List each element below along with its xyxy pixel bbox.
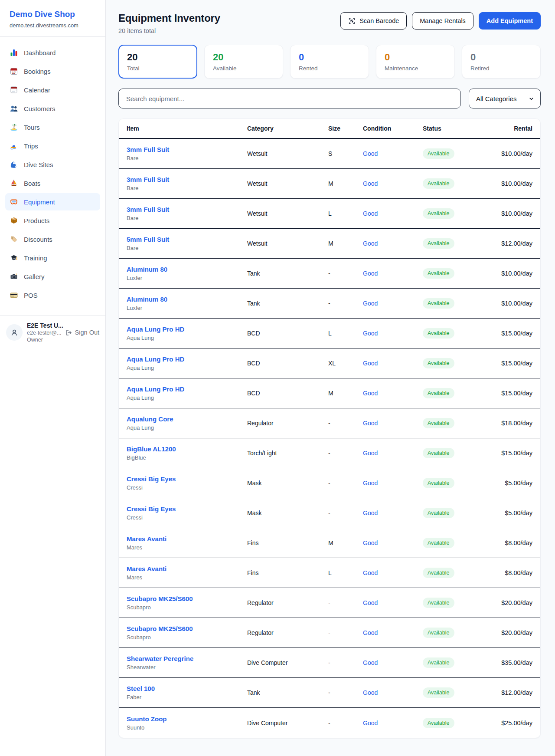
table-row: 3mm Full Suit Bare Wetsuit L Good Availa… (119, 199, 540, 229)
condition-link[interactable]: Good (363, 330, 423, 337)
table-row: BigBlue AL1200 BigBlue Torch/Light - Goo… (119, 438, 540, 468)
stat-card-total[interactable]: 20 Total (118, 45, 197, 79)
condition-link[interactable]: Good (363, 210, 423, 217)
condition-link[interactable]: Good (363, 480, 423, 486)
condition-link[interactable]: Good (363, 629, 423, 636)
condition-link[interactable]: Good (363, 420, 423, 427)
condition-link[interactable]: Good (363, 720, 423, 726)
sidebar-item-dashboard[interactable]: Dashboard (5, 44, 100, 61)
sign-out-label: Sign Out (75, 329, 99, 336)
item-name-link[interactable]: Mares Avanti (127, 535, 247, 542)
sidebar-item-calendar[interactable]: Calendar (5, 81, 100, 99)
condition-link[interactable]: Good (363, 300, 423, 307)
sidebar-item-label: Bookings (24, 68, 51, 75)
sidebar-item-label: Training (24, 254, 47, 262)
item-name-link[interactable]: Suunto Zoop (127, 715, 247, 723)
sidebar-item-label: Trips (24, 142, 38, 150)
sailboat-icon (10, 179, 18, 187)
table-row: Scubapro MK25/S600 Scubapro Regulator - … (119, 618, 540, 648)
sidebar-item-equipment[interactable]: Equipment (5, 193, 100, 210)
dive-mask-icon (10, 197, 18, 206)
scan-barcode-button[interactable]: Scan Barcode (340, 12, 407, 30)
item-name-link[interactable]: 5mm Full Suit (127, 236, 247, 243)
user-name: E2E Test U... (27, 322, 61, 329)
table-row: Aqua Lung Pro HD Aqua Lung BCD M Good Av… (119, 378, 540, 408)
item-name-link[interactable]: Scubapro MK25/S600 (127, 625, 247, 632)
avatar (6, 324, 23, 341)
condition-link[interactable]: Good (363, 659, 423, 666)
condition-link[interactable]: Good (363, 150, 423, 157)
item-name-link[interactable]: 3mm Full Suit (127, 176, 247, 183)
manage-rentals-button[interactable]: Manage Rentals (412, 12, 473, 30)
package-icon (10, 216, 18, 225)
search-input[interactable] (118, 89, 461, 108)
item-name-link[interactable]: Scubapro MK25/S600 (127, 595, 247, 602)
stat-card-retired[interactable]: 0 Retired (462, 45, 541, 79)
sign-out-button[interactable]: Sign Out (65, 329, 99, 336)
item-brand: Shearwater (127, 664, 247, 671)
sidebar-item-bookings[interactable]: 17 Bookings (5, 62, 100, 80)
rental-rate: $35.00/day (492, 659, 532, 666)
status-badge: Available (423, 628, 454, 638)
sidebar-item-boats[interactable]: Boats (5, 174, 100, 192)
item-name-link[interactable]: 3mm Full Suit (127, 146, 247, 153)
item-name-link[interactable]: Aqualung Core (127, 415, 247, 423)
item-name-link[interactable]: 3mm Full Suit (127, 206, 247, 213)
item-name-link[interactable]: Cressi Big Eyes (127, 505, 247, 513)
sidebar-item-discounts[interactable]: Discounts (5, 230, 100, 248)
item-name-link[interactable]: Aluminum 80 (127, 266, 247, 273)
item-name-link[interactable]: Shearwater Peregrine (127, 655, 247, 662)
condition-link[interactable]: Good (363, 599, 423, 606)
sidebar-item-dive-sites[interactable]: Dive Sites (5, 156, 100, 173)
item-size: - (328, 270, 363, 277)
item-name-link[interactable]: Cressi Big Eyes (127, 475, 247, 483)
table-row: Aluminum 80 Luxfer Tank - Good Available… (119, 289, 540, 319)
sidebar-item-products[interactable]: Products (5, 212, 100, 229)
condition-link[interactable]: Good (363, 390, 423, 397)
item-name-link[interactable]: Aqua Lung Pro HD (127, 385, 247, 393)
item-brand: Suunto (127, 724, 247, 731)
status-badge: Available (423, 328, 454, 339)
page-header-titles: Equipment Inventory 20 items total (118, 12, 220, 34)
sidebar-item-tours[interactable]: Tours (5, 118, 100, 136)
item-name-link[interactable]: Aluminum 80 (127, 296, 247, 303)
category-select[interactable]: All Categories (469, 89, 541, 108)
item-brand: Bare (127, 185, 247, 191)
item-name-link[interactable]: Aqua Lung Pro HD (127, 355, 247, 363)
item-size: - (328, 629, 363, 636)
status-badge: Available (423, 358, 454, 368)
condition-link[interactable]: Good (363, 180, 423, 187)
condition-link[interactable]: Good (363, 360, 423, 367)
sidebar-item-training[interactable]: Training (5, 249, 100, 266)
condition-link[interactable]: Good (363, 569, 423, 576)
status-badge: Available (423, 718, 454, 728)
condition-link[interactable]: Good (363, 240, 423, 247)
condition-link[interactable]: Good (363, 689, 423, 696)
status-badge: Available (423, 568, 454, 578)
stat-card-maintenance[interactable]: 0 Maintenance (376, 45, 455, 79)
item-name-link[interactable]: BigBlue AL1200 (127, 445, 247, 453)
stat-card-available[interactable]: 20 Available (204, 45, 283, 79)
stat-value: 0 (470, 52, 532, 63)
sidebar-item-trips[interactable]: Trips (5, 137, 100, 154)
sidebar: Demo Dive Shop demo.test.divestreams.com… (0, 0, 106, 756)
condition-link[interactable]: Good (363, 450, 423, 457)
condition-link[interactable]: Good (363, 509, 423, 516)
sidebar-item-label: Calendar (24, 86, 50, 94)
item-name-link[interactable]: Steel 100 (127, 685, 247, 692)
table-row: Mares Avanti Mares Fins M Good Available… (119, 528, 540, 558)
rental-rate: $10.00/day (492, 300, 532, 307)
add-equipment-button[interactable]: Add Equipment (479, 12, 541, 30)
item-brand: Aqua Lung (127, 394, 247, 401)
item-name-link[interactable]: Aqua Lung Pro HD (127, 325, 247, 333)
sidebar-item-customers[interactable]: Customers (5, 100, 100, 117)
condition-link[interactable]: Good (363, 270, 423, 277)
sidebar-item-pos[interactable]: POS (5, 286, 100, 304)
item-name-link[interactable]: Mares Avanti (127, 565, 247, 572)
item-size: - (328, 689, 363, 696)
condition-link[interactable]: Good (363, 539, 423, 546)
sidebar-item-gallery[interactable]: Gallery (5, 268, 100, 285)
people-icon (10, 104, 18, 113)
item-category: Torch/Light (247, 450, 328, 457)
stat-card-rented[interactable]: 0 Rented (290, 45, 369, 79)
